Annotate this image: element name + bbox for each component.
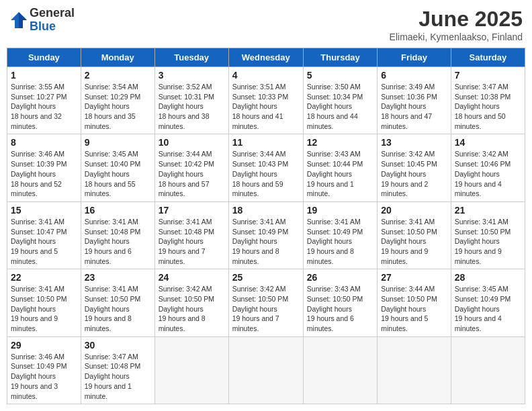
calendar-cell: 21Sunrise: 3:41 AMSunset: 10:50 PMDaylig… bbox=[451, 201, 525, 269]
day-info: Sunrise: 3:42 AMSunset: 10:50 PMDaylight… bbox=[232, 284, 300, 333]
day-info: Sunrise: 3:41 AMSunset: 10:47 PMDaylight… bbox=[11, 217, 77, 266]
calendar-cell: 5Sunrise: 3:50 AMSunset: 10:34 PMDayligh… bbox=[303, 67, 377, 134]
day-info: Sunrise: 3:52 AMSunset: 10:31 PMDaylight… bbox=[159, 82, 225, 131]
day-info: Sunrise: 3:44 AMSunset: 10:42 PMDaylight… bbox=[159, 149, 225, 198]
calendar-header-row: Sunday Monday Tuesday Wednesday Thursday… bbox=[7, 48, 525, 67]
day-number: 29 bbox=[11, 340, 77, 351]
col-thursday: Thursday bbox=[303, 48, 377, 67]
calendar-cell: 7Sunrise: 3:47 AMSunset: 10:38 PMDayligh… bbox=[451, 67, 525, 134]
day-number: 26 bbox=[307, 272, 373, 283]
calendar-cell: 16Sunrise: 3:41 AMSunset: 10:48 PMDaylig… bbox=[81, 201, 154, 269]
day-info: Sunrise: 3:42 AMSunset: 10:50 PMDaylight… bbox=[159, 284, 225, 333]
day-info: Sunrise: 3:41 AMSunset: 10:50 PMDaylight… bbox=[85, 284, 151, 333]
day-number: 19 bbox=[307, 205, 373, 216]
calendar-cell: 13Sunrise: 3:42 AMSunset: 10:45 PMDaylig… bbox=[378, 134, 451, 201]
day-number: 21 bbox=[455, 205, 521, 216]
calendar-cell bbox=[378, 336, 451, 404]
day-number: 4 bbox=[232, 70, 300, 81]
day-info: Sunrise: 3:55 AMSunset: 10:27 PMDaylight… bbox=[11, 82, 77, 131]
calendar-cell: 11Sunrise: 3:44 AMSunset: 10:43 PMDaylig… bbox=[228, 134, 303, 201]
calendar-cell bbox=[154, 336, 228, 404]
day-info: Sunrise: 3:47 AMSunset: 10:48 PMDaylight… bbox=[85, 352, 151, 401]
calendar-cell: 26Sunrise: 3:43 AMSunset: 10:50 PMDaylig… bbox=[303, 269, 377, 336]
day-number: 13 bbox=[381, 137, 447, 148]
day-number: 23 bbox=[85, 272, 151, 283]
day-number: 17 bbox=[159, 205, 225, 216]
calendar-cell: 28Sunrise: 3:45 AMSunset: 10:49 PMDaylig… bbox=[451, 269, 525, 336]
calendar-row-3: 22Sunrise: 3:41 AMSunset: 10:50 PMDaylig… bbox=[7, 269, 525, 336]
calendar-cell: 9Sunrise: 3:45 AMSunset: 10:40 PMDayligh… bbox=[81, 134, 154, 201]
calendar-cell: 25Sunrise: 3:42 AMSunset: 10:50 PMDaylig… bbox=[228, 269, 303, 336]
calendar-row-0: 1Sunrise: 3:55 AMSunset: 10:27 PMDayligh… bbox=[7, 67, 525, 134]
col-wednesday: Wednesday bbox=[228, 48, 303, 67]
day-number: 8 bbox=[11, 137, 77, 148]
day-number: 1 bbox=[11, 70, 77, 81]
calendar-cell: 20Sunrise: 3:41 AMSunset: 10:50 PMDaylig… bbox=[378, 201, 451, 269]
day-info: Sunrise: 3:45 AMSunset: 10:49 PMDaylight… bbox=[455, 284, 521, 333]
day-number: 2 bbox=[85, 70, 151, 81]
calendar-cell: 19Sunrise: 3:41 AMSunset: 10:49 PMDaylig… bbox=[303, 201, 377, 269]
day-number: 9 bbox=[85, 137, 151, 148]
day-info: Sunrise: 3:41 AMSunset: 10:49 PMDaylight… bbox=[232, 217, 300, 266]
svg-marker-1 bbox=[19, 12, 27, 28]
day-number: 7 bbox=[455, 70, 521, 81]
month-title: June 2025 bbox=[390, 7, 523, 32]
calendar-cell: 18Sunrise: 3:41 AMSunset: 10:49 PMDaylig… bbox=[228, 201, 303, 269]
calendar-cell: 15Sunrise: 3:41 AMSunset: 10:47 PMDaylig… bbox=[7, 201, 81, 269]
day-info: Sunrise: 3:47 AMSunset: 10:38 PMDaylight… bbox=[455, 82, 521, 131]
calendar-cell: 6Sunrise: 3:49 AMSunset: 10:36 PMDayligh… bbox=[378, 67, 451, 134]
day-number: 20 bbox=[381, 205, 447, 216]
calendar-row-1: 8Sunrise: 3:46 AMSunset: 10:39 PMDayligh… bbox=[7, 134, 525, 201]
day-info: Sunrise: 3:50 AMSunset: 10:34 PMDaylight… bbox=[307, 82, 373, 131]
day-number: 25 bbox=[232, 272, 300, 283]
day-info: Sunrise: 3:46 AMSunset: 10:49 PMDaylight… bbox=[11, 352, 77, 401]
calendar-row-4: 29Sunrise: 3:46 AMSunset: 10:49 PMDaylig… bbox=[7, 336, 525, 404]
calendar-cell: 27Sunrise: 3:44 AMSunset: 10:50 PMDaylig… bbox=[378, 269, 451, 336]
day-info: Sunrise: 3:46 AMSunset: 10:39 PMDaylight… bbox=[11, 149, 77, 198]
day-number: 30 bbox=[85, 340, 151, 351]
day-number: 22 bbox=[11, 272, 77, 283]
col-tuesday: Tuesday bbox=[154, 48, 228, 67]
day-info: Sunrise: 3:41 AMSunset: 10:49 PMDaylight… bbox=[307, 217, 373, 266]
calendar-cell: 24Sunrise: 3:42 AMSunset: 10:50 PMDaylig… bbox=[154, 269, 228, 336]
calendar-cell: 14Sunrise: 3:42 AMSunset: 10:46 PMDaylig… bbox=[451, 134, 525, 201]
day-info: Sunrise: 3:41 AMSunset: 10:48 PMDaylight… bbox=[85, 217, 151, 266]
day-number: 12 bbox=[307, 137, 373, 148]
calendar-cell: 22Sunrise: 3:41 AMSunset: 10:50 PMDaylig… bbox=[7, 269, 81, 336]
calendar-cell: 12Sunrise: 3:43 AMSunset: 10:44 PMDaylig… bbox=[303, 134, 377, 201]
day-info: Sunrise: 3:41 AMSunset: 10:50 PMDaylight… bbox=[381, 217, 447, 266]
day-number: 15 bbox=[11, 205, 77, 216]
logo-icon bbox=[9, 11, 28, 30]
day-number: 5 bbox=[307, 70, 373, 81]
day-info: Sunrise: 3:45 AMSunset: 10:40 PMDaylight… bbox=[85, 149, 151, 198]
calendar-cell: 17Sunrise: 3:41 AMSunset: 10:48 PMDaylig… bbox=[154, 201, 228, 269]
day-number: 24 bbox=[159, 272, 225, 283]
day-number: 3 bbox=[159, 70, 225, 81]
day-info: Sunrise: 3:44 AMSunset: 10:50 PMDaylight… bbox=[381, 284, 447, 333]
day-info: Sunrise: 3:42 AMSunset: 10:46 PMDaylight… bbox=[455, 149, 521, 198]
day-number: 10 bbox=[159, 137, 225, 148]
day-info: Sunrise: 3:54 AMSunset: 10:29 PMDaylight… bbox=[85, 82, 151, 131]
day-number: 27 bbox=[381, 272, 447, 283]
calendar-cell: 2Sunrise: 3:54 AMSunset: 10:29 PMDayligh… bbox=[81, 67, 154, 134]
calendar-table: Sunday Monday Tuesday Wednesday Thursday… bbox=[7, 48, 525, 404]
logo-blue-text: Blue bbox=[30, 20, 75, 34]
logo-general-text: General bbox=[30, 7, 75, 20]
day-info: Sunrise: 3:43 AMSunset: 10:44 PMDaylight… bbox=[307, 149, 373, 198]
calendar-cell bbox=[303, 336, 377, 404]
calendar-cell: 1Sunrise: 3:55 AMSunset: 10:27 PMDayligh… bbox=[7, 67, 81, 134]
day-number: 11 bbox=[232, 137, 300, 148]
logo: General Blue bbox=[9, 7, 75, 34]
calendar-cell: 4Sunrise: 3:51 AMSunset: 10:33 PMDayligh… bbox=[228, 67, 303, 134]
calendar-cell: 23Sunrise: 3:41 AMSunset: 10:50 PMDaylig… bbox=[81, 269, 154, 336]
day-info: Sunrise: 3:51 AMSunset: 10:33 PMDaylight… bbox=[232, 82, 300, 131]
calendar-cell: 3Sunrise: 3:52 AMSunset: 10:31 PMDayligh… bbox=[154, 67, 228, 134]
col-saturday: Saturday bbox=[451, 48, 525, 67]
day-info: Sunrise: 3:41 AMSunset: 10:48 PMDaylight… bbox=[159, 217, 225, 266]
calendar-cell bbox=[228, 336, 303, 404]
title-area: June 2025 Elimaeki, Kymenlaakso, Finland bbox=[390, 7, 523, 42]
day-number: 18 bbox=[232, 205, 300, 216]
day-number: 28 bbox=[455, 272, 521, 283]
day-number: 6 bbox=[381, 70, 447, 81]
calendar-cell: 30Sunrise: 3:47 AMSunset: 10:48 PMDaylig… bbox=[81, 336, 154, 404]
